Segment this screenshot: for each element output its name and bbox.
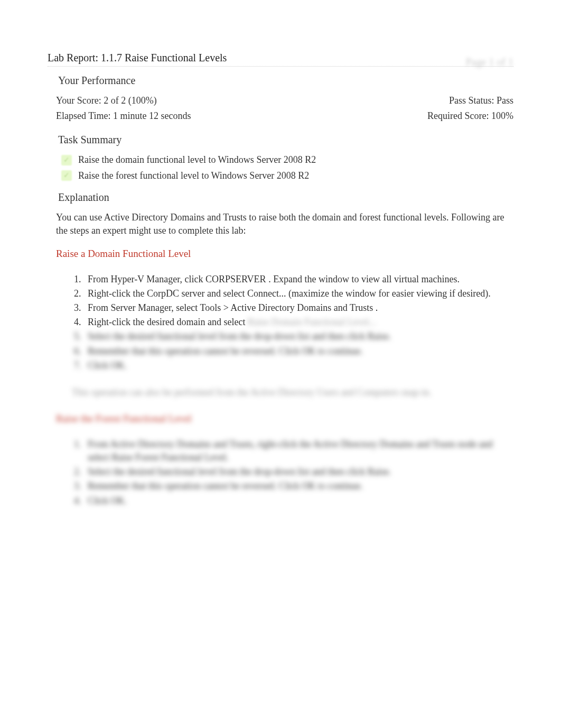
- required-score: Required Score: 100%: [427, 109, 513, 123]
- elapsed-time: Elapsed Time: 1 minute 12 seconds: [56, 109, 191, 123]
- page-number: Page 1 of 1: [465, 54, 513, 69]
- step-text: From Server Manager, select: [88, 302, 200, 313]
- explanation-intro: You can use Active Directory Domains and…: [56, 211, 505, 237]
- step-blurred: Select the desired functional level from…: [83, 330, 503, 343]
- check-icon: ✓: [61, 155, 72, 165]
- note-blurred: This operation can also be performed fro…: [72, 386, 505, 399]
- step-keyword: Connect...: [247, 288, 286, 299]
- step-text: (maximize the window for easier viewing …: [286, 288, 490, 299]
- step-item: From Hyper-V Manager, click CORPSERVER .…: [83, 273, 503, 286]
- step-blurred: Remember that this operation cannot be r…: [83, 480, 503, 493]
- raise-forest-heading-blurred: Raise the Forest Functional Level: [56, 412, 513, 426]
- check-icon: ✓: [61, 170, 72, 181]
- step-text: Right-click the desired domain and selec…: [88, 317, 248, 327]
- step-text: From Hyper-V Manager, click: [88, 274, 205, 284]
- pass-status: Pass Status: Pass: [449, 94, 513, 107]
- step-text: >: [221, 302, 230, 313]
- step-keyword: Active Directory Domains and Trusts: [230, 302, 373, 313]
- step-blurred: From Active Directory Domains and Trusts…: [83, 438, 503, 464]
- step-item: From Server Manager, select Tools > Acti…: [83, 301, 503, 315]
- performance-heading: Your Performance: [58, 73, 513, 88]
- step-text: . Expand the window to view all virtual …: [266, 274, 460, 284]
- step-text: Right-click the CorpDC server and select: [88, 288, 247, 299]
- step-keyword: CORPSERVER: [205, 274, 266, 284]
- step-item: Right-click the CorpDC server and select…: [83, 287, 503, 300]
- step-blurred: Remember that this operation cannot be r…: [83, 345, 503, 358]
- steps-list-blurred: From Active Directory Domains and Trusts…: [83, 438, 503, 508]
- task-item: ✓ Raise the forest functional level to W…: [61, 169, 513, 182]
- divider: [48, 66, 513, 67]
- step-blurred: Click OK.: [83, 359, 503, 372]
- score-text: Your Score: 2 of 2 (100%): [56, 94, 157, 107]
- step-text: .: [373, 302, 378, 313]
- task-summary-heading: Task Summary: [58, 132, 513, 147]
- explanation-heading: Explanation: [58, 190, 513, 205]
- step-blurred: Select the desired functional level from…: [83, 465, 503, 478]
- step-item: Right-click the desired domain and selec…: [83, 316, 503, 329]
- task-item: ✓ Raise the domain functional level to W…: [61, 153, 513, 167]
- raise-domain-heading: Raise a Domain Functional Level: [56, 247, 513, 261]
- task-text: Raise the domain functional level to Win…: [78, 153, 316, 167]
- steps-list: From Hyper-V Manager, click CORPSERVER .…: [83, 273, 503, 372]
- report-title: Lab Report: 1.1.7 Raise Functional Level…: [48, 50, 513, 65]
- task-text: Raise the forest functional level to Win…: [78, 169, 309, 182]
- step-keyword: Tools: [200, 302, 221, 313]
- step-blurred: Click OK.: [83, 494, 503, 508]
- step-blurred: Raise Domain Functional Level...: [248, 317, 376, 327]
